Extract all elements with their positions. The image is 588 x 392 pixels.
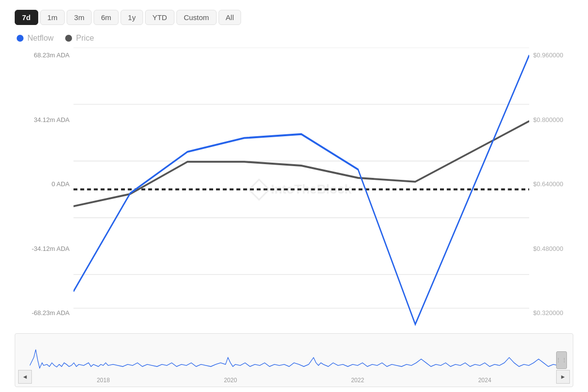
- mini-chart-content: 2018 2020 2022 2024 ⋮⋮: [15, 334, 573, 387]
- netflow-label: Netflow: [27, 34, 53, 43]
- legend-price: Price: [65, 34, 94, 43]
- right-arrow-icon: ►: [560, 373, 566, 380]
- main-chart-area: 68.23m ADA 34.12m ADA 0 ADA -34.12m ADA …: [15, 48, 573, 387]
- time-btn-3m[interactable]: 3m: [67, 10, 92, 25]
- time-btn-all[interactable]: All: [219, 10, 242, 25]
- y-label-top: 68.23m ADA: [15, 51, 70, 59]
- main-chart-svg: [74, 48, 529, 331]
- mini-year-2020: 2020: [224, 377, 237, 384]
- chart-wrapper: 68.23m ADA 34.12m ADA 0 ADA -34.12m ADA …: [15, 48, 573, 331]
- mini-chart-navigator[interactable]: 2018 2020 2022 2024 ⋮⋮ ◄ ►: [15, 333, 573, 387]
- scrollbar-handle[interactable]: ⋮⋮: [556, 351, 567, 369]
- mini-year-2018: 2018: [97, 377, 110, 384]
- y-label-right-bottom: $0.320000: [533, 309, 573, 317]
- y-label-4: -34.12m ADA: [15, 245, 70, 252]
- mini-year-2024: 2024: [478, 377, 491, 384]
- y-axis-right: $0.960000 $0.800000 $0.640000 $0.480000 …: [529, 48, 573, 331]
- chart-legend: Netflow Price: [15, 34, 573, 43]
- time-btn-1m[interactable]: 1m: [40, 10, 65, 25]
- time-btn-ytd[interactable]: YTD: [145, 10, 174, 25]
- scrollbar-handle-icon: ⋮⋮: [556, 357, 567, 364]
- time-btn-6m[interactable]: 6m: [94, 10, 119, 25]
- y-label-right-top: $0.960000: [533, 51, 573, 59]
- time-btn-1y[interactable]: 1y: [121, 10, 143, 25]
- time-range-selector: 7d 1m 3m 6m 1y YTD Custom All: [15, 10, 573, 25]
- mini-year-2022: 2022: [351, 377, 364, 384]
- chart-svg-container[interactable]: IntoTheBlock: [74, 48, 529, 331]
- y-label-right-mid: $0.640000: [533, 180, 573, 188]
- legend-netflow: Netflow: [17, 34, 53, 43]
- y-label-bottom: -68.23m ADA: [15, 309, 70, 317]
- nav-arrow-left[interactable]: ◄: [18, 370, 32, 384]
- y-label-2: 34.12m ADA: [15, 116, 70, 123]
- time-btn-custom[interactable]: Custom: [176, 10, 217, 25]
- y-label-right-2: $0.800000: [533, 116, 573, 123]
- y-label-mid: 0 ADA: [15, 180, 70, 188]
- y-axis-left: 68.23m ADA 34.12m ADA 0 ADA -34.12m ADA …: [15, 48, 74, 331]
- time-btn-7d[interactable]: 7d: [15, 10, 38, 25]
- price-dot: [65, 35, 72, 42]
- nav-arrow-right[interactable]: ►: [556, 370, 570, 384]
- y-label-right-4: $0.480000: [533, 245, 573, 252]
- netflow-dot: [17, 35, 24, 42]
- left-arrow-icon: ◄: [22, 373, 28, 380]
- price-label: Price: [76, 34, 94, 43]
